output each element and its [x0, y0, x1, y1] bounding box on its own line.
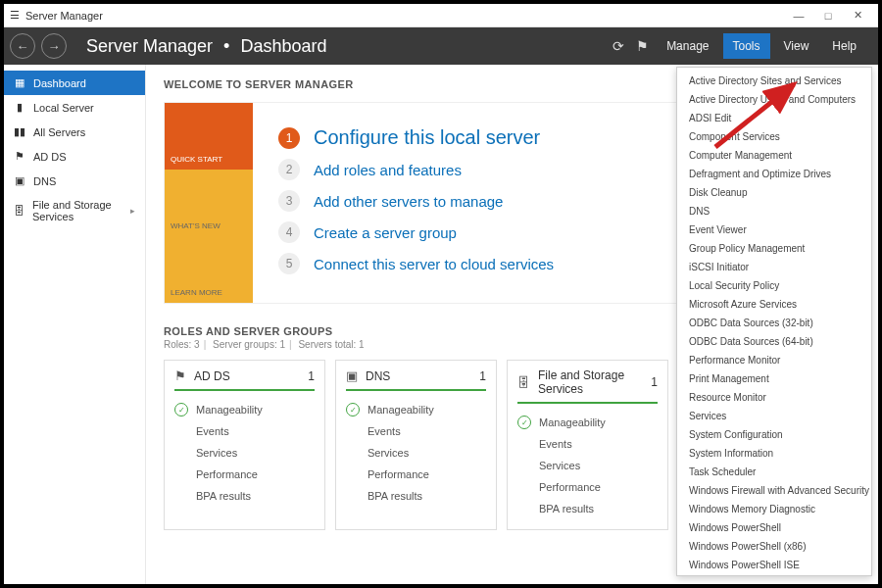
row-label: Services — [368, 447, 409, 459]
sidebar-item-ad-ds[interactable]: ⚑ AD DS — [4, 144, 145, 169]
tools-menu-item[interactable]: Print Management — [677, 369, 871, 388]
status-ok-icon: ✓ — [517, 416, 531, 429]
card-count: 1 — [308, 369, 315, 383]
card-row-manageability[interactable]: ✓Manageability — [174, 399, 315, 420]
card-title: DNS — [366, 369, 471, 383]
tools-menu-item[interactable]: Local Security Policy — [677, 276, 871, 295]
tools-menu-item[interactable]: Windows Memory Diagnostic — [677, 500, 871, 518]
sidebar-icon: ▣ — [14, 174, 25, 187]
sidebar-item-local-server[interactable]: ▮ Local Server — [4, 95, 145, 120]
tools-menu-item[interactable]: Disk Cleanup — [677, 183, 871, 202]
tools-menu-item[interactable]: Windows PowerShell ISE — [677, 556, 871, 574]
step-number-badge: 4 — [278, 221, 300, 243]
tools-menu-item[interactable]: ODBC Data Sources (64-bit) — [677, 332, 871, 351]
card-row-services[interactable]: Services — [517, 455, 658, 476]
tools-menu-item[interactable]: Resource Monitor — [677, 388, 871, 407]
menu-manage[interactable]: Manage — [657, 33, 718, 59]
step-number-badge: 2 — [278, 159, 300, 180]
sidebar-item-label: DNS — [33, 175, 56, 187]
sidebar-item-dns[interactable]: ▣ DNS — [4, 169, 145, 193]
tools-menu-item[interactable]: ODBC Data Sources (32-bit) — [677, 314, 871, 332]
refresh-icon[interactable]: ⟳ — [609, 34, 628, 58]
card-row-performance[interactable]: Performance — [346, 464, 486, 485]
tools-menu-item[interactable]: Windows PowerShell ISE (x86) — [677, 574, 871, 576]
role-card-file-and-storage-services[interactable]: 🗄 File and Storage Services 1 ✓Manageabi… — [507, 360, 668, 530]
menu-help[interactable]: Help — [822, 33, 866, 59]
app-icon: ☰ — [10, 9, 20, 22]
row-label: Manageability — [539, 416, 606, 428]
card-row-events[interactable]: Events — [174, 420, 315, 442]
maximize-button[interactable]: □ — [813, 10, 843, 22]
row-label: Manageability — [196, 404, 263, 416]
step-number-badge: 1 — [278, 127, 300, 149]
card-count: 1 — [479, 369, 486, 383]
tools-menu-item[interactable]: Task Scheduler — [677, 463, 871, 481]
tools-dropdown[interactable]: Active Directory Sites and ServicesActiv… — [676, 67, 872, 576]
tools-menu-item[interactable]: Computer Management — [677, 146, 871, 165]
card-row-services[interactable]: Services — [174, 442, 315, 464]
tools-menu-item[interactable]: Windows PowerShell (x86) — [677, 537, 871, 556]
card-header: ⚑ AD DS 1 — [174, 368, 315, 391]
sidebar-icon: ▮ — [14, 101, 25, 114]
card-title: AD DS — [194, 369, 300, 383]
tools-menu-item[interactable]: Defragment and Optimize Drives — [677, 165, 871, 183]
minimize-button[interactable]: — — [784, 10, 813, 22]
sidebar-icon: ▮▮ — [14, 125, 25, 138]
sidebar-icon: ⚑ — [14, 150, 25, 163]
step-label: Add roles and features — [314, 162, 462, 178]
card-row-bpa[interactable]: BPA results — [346, 485, 486, 507]
row-label: BPA results — [196, 490, 251, 502]
tile-quickstart[interactable]: QUICK START — [165, 103, 253, 170]
card-row-bpa[interactable]: BPA results — [517, 498, 658, 519]
tools-menu-item[interactable]: ADSI Edit — [677, 109, 871, 127]
card-row-events[interactable]: Events — [517, 433, 658, 455]
card-row-services[interactable]: Services — [346, 442, 486, 464]
role-icon: 🗄 — [517, 375, 530, 390]
tools-menu-item[interactable]: Event Viewer — [677, 220, 871, 239]
tools-menu-item[interactable]: Windows Firewall with Advanced Security — [677, 481, 871, 500]
sidebar-item-label: Local Server — [33, 102, 94, 114]
card-header: ▣ DNS 1 — [346, 368, 486, 391]
tools-menu-item[interactable]: Component Services — [677, 127, 871, 146]
tools-menu-item[interactable]: Performance Monitor — [677, 351, 871, 369]
card-row-manageability[interactable]: ✓Manageability — [517, 412, 658, 433]
step-label: Connect this server to cloud services — [314, 256, 554, 272]
sidebar-item-all-servers[interactable]: ▮▮ All Servers — [4, 120, 145, 144]
tools-menu-item[interactable]: iSCSI Initiator — [677, 258, 871, 276]
row-label: Events — [539, 438, 572, 450]
tools-menu-item[interactable]: System Configuration — [677, 425, 871, 444]
breadcrumb: Server Manager • Dashboard — [86, 36, 326, 57]
tools-menu-item[interactable]: Active Directory Users and Computers — [677, 90, 871, 109]
breadcrumb-sep: • — [223, 36, 229, 56]
flag-icon[interactable]: ⚑ — [632, 34, 653, 58]
tools-menu-item[interactable]: System Information — [677, 444, 871, 463]
nav-forward-button[interactable]: → — [41, 33, 67, 59]
card-row-performance[interactable]: Performance — [517, 476, 658, 498]
card-row-events[interactable]: Events — [346, 420, 486, 442]
menu-view[interactable]: View — [774, 33, 819, 59]
status-ok-icon: ✓ — [174, 403, 188, 416]
tile-learnmore[interactable]: LEARN MORE — [165, 236, 253, 303]
chevron-right-icon: ▸ — [130, 206, 135, 216]
tile-whatsnew[interactable]: WHAT'S NEW — [165, 170, 253, 236]
role-card-dns[interactable]: ▣ DNS 1 ✓Manageability Events Services P… — [335, 360, 497, 530]
tools-menu-item[interactable]: Active Directory Sites and Services — [677, 72, 871, 90]
card-row-manageability[interactable]: ✓Manageability — [346, 399, 486, 420]
sidebar-item-dashboard[interactable]: ▦ Dashboard — [4, 71, 145, 95]
row-label: Performance — [368, 468, 429, 480]
sidebar-item-label: AD DS — [33, 151, 67, 163]
nav-back-button[interactable]: ← — [10, 33, 35, 59]
card-row-performance[interactable]: Performance — [174, 464, 315, 485]
tools-menu-item[interactable]: Services — [677, 407, 871, 425]
sidebar-item-file-and-storage-services[interactable]: 🗄 File and Storage Services ▸ — [4, 193, 145, 228]
tools-menu-item[interactable]: Microsoft Azure Services — [677, 295, 871, 314]
step-label: Add other servers to manage — [314, 193, 503, 210]
tools-menu-item[interactable]: Windows PowerShell — [677, 518, 871, 537]
tools-menu-item[interactable]: DNS — [677, 202, 871, 220]
card-row-bpa[interactable]: BPA results — [174, 485, 315, 507]
tools-menu-item[interactable]: Group Policy Management — [677, 239, 871, 258]
role-card-ad-ds[interactable]: ⚑ AD DS 1 ✓Manageability Events Services… — [164, 360, 325, 530]
close-button[interactable]: ✕ — [843, 9, 872, 22]
breadcrumb-page: Dashboard — [240, 36, 326, 56]
menu-tools[interactable]: Tools — [723, 33, 770, 59]
